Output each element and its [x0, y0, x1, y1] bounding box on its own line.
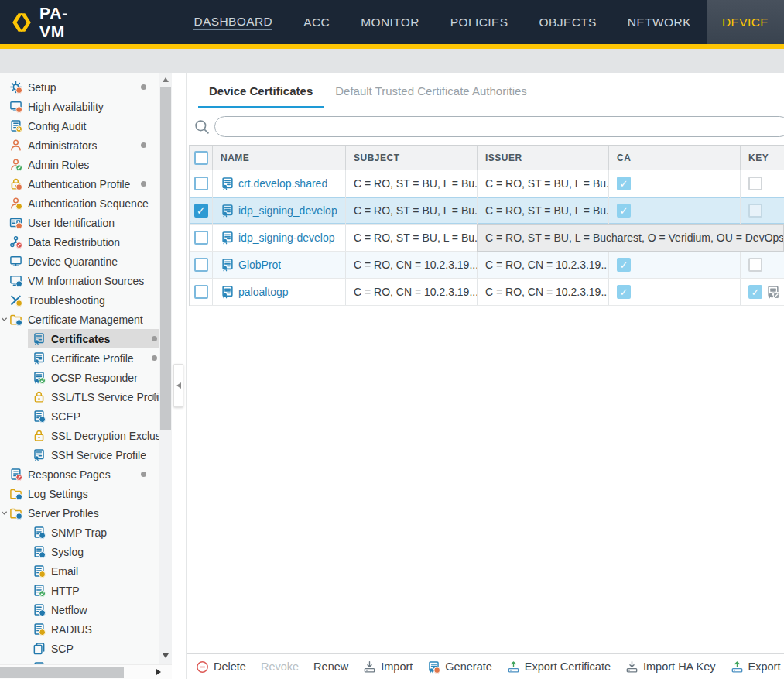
nav-item-monitor[interactable]: MONITOR [345, 0, 435, 44]
sidebar-item-config-audit[interactable]: Config Audit [0, 116, 159, 135]
sidebar-collapse-handle[interactable] [173, 364, 183, 407]
sidebar-item-high-availability[interactable]: High Availability [0, 97, 159, 116]
nav-item-label: DASHBOARD [193, 15, 272, 30]
import-ha-key-button[interactable]: Import HA Key [625, 660, 715, 674]
row-checkbox[interactable] [194, 285, 208, 299]
delete-button[interactable]: Delete [196, 660, 246, 674]
column-header-issuer[interactable]: ISSUER [478, 146, 609, 170]
column-header-subject[interactable]: SUBJECT [346, 146, 478, 170]
certificate-name-link[interactable]: crt.develop.shared [238, 177, 327, 190]
generate-button[interactable]: Generate [427, 660, 491, 674]
nav-item-policies[interactable]: POLICIES [435, 0, 524, 44]
search-input[interactable] [214, 116, 784, 137]
netflow-icon [33, 603, 46, 616]
vertical-scrollbar-thumb[interactable] [160, 87, 171, 430]
column-header-ca[interactable]: CA [609, 146, 741, 170]
nav-item-acc[interactable]: ACC [288, 0, 345, 44]
sidebar-item-server-profiles[interactable]: Server Profiles [0, 503, 159, 523]
key-checkbox [748, 177, 762, 190]
nav-item-network[interactable]: NETWORK [612, 0, 707, 44]
sidebar-item-setup[interactable]: Setup [0, 77, 159, 97]
table-row-globprot[interactable]: GlobProtC = RO, CN = 10.2.3.19...C = RO,… [190, 252, 784, 279]
export-icon [507, 660, 520, 674]
high-availability-icon [9, 100, 22, 113]
table-row-idp-signing-develop[interactable]: ✓ idp_signing_developC = RO, ST = BU, L … [190, 197, 784, 225]
renew-button[interactable]: Renew [313, 660, 348, 673]
certificate-name-link[interactable]: GlobProt [238, 259, 281, 271]
row-checkbox[interactable] [194, 231, 208, 245]
sidebar-item-administrators[interactable]: Administrators [0, 135, 159, 155]
sidebar-item-scep[interactable]: SCEP [0, 406, 159, 426]
certificate-name-link[interactable]: paloaltogp [238, 286, 289, 298]
sidebar-item-scp[interactable]: SCP [0, 639, 159, 658]
row-checkbox[interactable]: ✓ [194, 204, 208, 218]
tab-default-trusted-certificate-authorities[interactable]: Default Trusted Certificate Authorities [324, 84, 538, 108]
sidebar-item-item[interactable] [0, 658, 159, 664]
search-icon [194, 119, 210, 135]
scroll-right-arrow-icon[interactable] [156, 669, 161, 675]
row-checkbox[interactable] [194, 177, 208, 190]
tab-device-certificates[interactable]: Device Certificates [198, 84, 324, 108]
pending-changes-dot [141, 181, 146, 187]
nav-item-dashboard[interactable]: DASHBOARD [178, 0, 288, 44]
table-row-idp-signing-develop[interactable]: idp_signing-developC = RO, ST = BU, L = … [190, 225, 784, 252]
sidebar-item-device-quarantine[interactable]: Device Quarantine [0, 252, 159, 271]
sidebar-vertical-scrollbar[interactable] [159, 73, 172, 664]
sidebar-item-authentication-sequence[interactable]: Authentication Sequence [0, 194, 159, 213]
sidebar-item-label: Netflow [51, 604, 87, 616]
table-row-paloaltogp[interactable]: paloaltogpC = RO, CN = 10.2.3.19...C = R… [190, 279, 784, 306]
import-button[interactable]: Import [363, 660, 413, 674]
sidebar-horizontal-scrollbar[interactable] [0, 664, 172, 679]
ca-checkbox: ✓ [617, 285, 631, 299]
nav-item-device[interactable]: DEVICE [707, 0, 784, 44]
sidebar-item-syslog[interactable]: Syslog [0, 542, 159, 561]
select-all-checkbox[interactable] [194, 151, 208, 165]
device-name-label: PA-VM [39, 4, 87, 41]
column-header-name[interactable]: NAME [213, 146, 346, 170]
sidebar-item-radius[interactable]: RADIUS [0, 619, 159, 639]
expand-caret-icon[interactable] [1, 316, 8, 323]
nav-item-objects[interactable]: OBJECTS [524, 0, 612, 44]
ca-checkbox: ✓ [617, 204, 631, 218]
sidebar-item-authentication-profile[interactable]: Authentication Profile [0, 174, 159, 194]
row-checkbox-cell [190, 252, 213, 278]
sidebar-item-ssh-service-profile[interactable]: SSH Service Profile [0, 445, 159, 465]
key-checkbox [748, 258, 762, 272]
certificate-icon [221, 204, 235, 218]
sidebar-item-email[interactable]: Email [0, 561, 159, 581]
certificate-name-link[interactable]: idp_signing_develop [238, 204, 337, 217]
export-certificate-button[interactable]: Export Certificate [507, 660, 611, 674]
row-checkbox-cell [190, 170, 213, 197]
row-checkbox[interactable] [194, 258, 208, 272]
column-header-key[interactable]: KEY [741, 146, 784, 170]
sidebar-item-admin-roles[interactable]: Admin Roles [0, 155, 159, 174]
sidebar-item-data-redistribution[interactable]: Data Redistribution [0, 232, 159, 252]
certificate-name-link[interactable]: idp_signing-develop [238, 231, 335, 244]
horizontal-scrollbar-thumb[interactable] [0, 667, 124, 678]
sidebar-item-ocsp-responder[interactable]: OCSP Responder [0, 368, 159, 387]
sidebar-item-log-settings[interactable]: Log Settings [0, 484, 159, 503]
sidebar-item-label: SCP [51, 643, 74, 655]
sidebar-item-netflow[interactable]: Netflow [0, 600, 159, 619]
sidebar-item-certificates[interactable]: Certificates [0, 329, 159, 348]
user-identification-icon [9, 216, 22, 229]
admin-roles-icon [9, 158, 22, 171]
sidebar-item-troubleshooting[interactable]: Troubleshooting [0, 290, 159, 310]
nav-item-label: POLICIES [450, 15, 508, 29]
sidebar-item-certificate-management[interactable]: Certificate Management [0, 310, 159, 329]
log-settings-icon [9, 487, 22, 500]
export-button[interactable]: Export [731, 660, 781, 674]
sidebar-item-certificate-profile[interactable]: Certificate Profile [0, 348, 159, 368]
sidebar-item-ssl-tls-service-profile[interactable]: SSL/TLS Service Profile [0, 387, 159, 406]
table-row-crt-develop-shared[interactable]: crt.develop.sharedC = RO, ST = BU, L = B… [190, 170, 784, 197]
sidebar-item-ssl-decryption-exclusio[interactable]: SSL Decryption Exclusio [0, 426, 159, 445]
scroll-up-arrow-icon[interactable] [163, 77, 169, 82]
expand-caret-icon[interactable] [1, 509, 8, 516]
sidebar-item-http[interactable]: HTTP [0, 581, 159, 600]
sidebar-item-vm-information-sources[interactable]: VM Information Sources [0, 271, 159, 290]
sidebar-item-user-identification[interactable]: User Identification [0, 213, 159, 232]
sidebar-item-snmp-trap[interactable]: SNMP Trap [0, 523, 159, 542]
subject-cell: C = RO, ST = BU, L = Bu... [346, 225, 478, 251]
scroll-down-arrow-icon[interactable] [163, 653, 169, 658]
sidebar-item-response-pages[interactable]: Response Pages [0, 465, 159, 484]
